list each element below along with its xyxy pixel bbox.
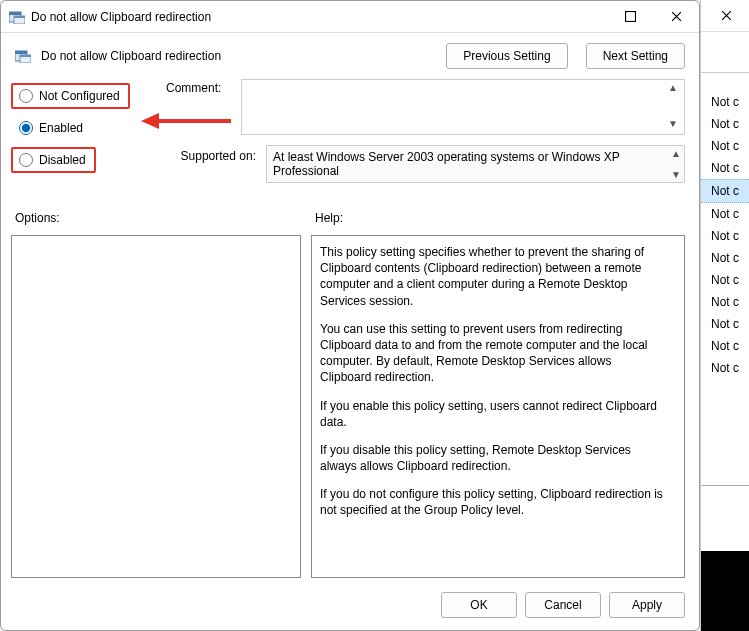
list-item: Not c bbox=[701, 269, 749, 291]
svg-rect-8 bbox=[20, 55, 31, 57]
policy-dialog: Do not allow Clipboard redirection Do no… bbox=[0, 0, 700, 631]
policy-title: Do not allow Clipboard redirection bbox=[41, 49, 428, 63]
list-item: Not c bbox=[701, 247, 749, 269]
help-text: If you do not configure this policy sett… bbox=[320, 486, 664, 518]
background-window: Not c Not c Not c Not c Not c Not c Not … bbox=[700, 0, 749, 631]
help-pane[interactable]: This policy setting specifies whether to… bbox=[311, 235, 685, 578]
svg-rect-3 bbox=[14, 16, 25, 18]
list-item: Not c bbox=[701, 91, 749, 113]
previous-setting-button[interactable]: Previous Setting bbox=[446, 43, 567, 69]
maximize-button[interactable] bbox=[607, 2, 653, 32]
enabled-radio[interactable] bbox=[19, 121, 33, 135]
scroll-up-icon[interactable]: ▲ bbox=[668, 82, 682, 96]
options-label: Options: bbox=[15, 211, 315, 225]
comment-textarea[interactable]: ▲ ▼ bbox=[241, 79, 685, 135]
close-button[interactable] bbox=[653, 2, 699, 32]
policy-icon bbox=[15, 49, 31, 63]
help-text: If you disable this policy setting, Remo… bbox=[320, 442, 664, 474]
list-item: Not c bbox=[701, 113, 749, 135]
list-item: Not c bbox=[701, 357, 749, 379]
list-item: Not c bbox=[701, 157, 749, 179]
window-title: Do not allow Clipboard redirection bbox=[31, 10, 607, 24]
help-text: You can use this setting to prevent user… bbox=[320, 321, 664, 386]
list-item: Not c bbox=[701, 225, 749, 247]
options-pane bbox=[11, 235, 301, 578]
not-configured-radio[interactable] bbox=[19, 89, 33, 103]
disabled-radio[interactable] bbox=[19, 153, 33, 167]
enabled-label: Enabled bbox=[39, 121, 83, 135]
background-list: Not c Not c Not c Not c Not c Not c Not … bbox=[701, 73, 749, 379]
disabled-label: Disabled bbox=[39, 153, 86, 167]
help-text: This policy setting specifies whether to… bbox=[320, 244, 664, 309]
background-dark-area bbox=[701, 551, 749, 631]
supported-on-value: At least Windows Server 2003 operating s… bbox=[266, 145, 685, 183]
cancel-button[interactable]: Cancel bbox=[525, 592, 601, 618]
next-setting-button[interactable]: Next Setting bbox=[586, 43, 685, 69]
policy-icon bbox=[9, 10, 25, 24]
svg-rect-4 bbox=[625, 12, 635, 22]
close-icon[interactable] bbox=[703, 1, 749, 31]
list-item: Not c bbox=[701, 313, 749, 335]
list-item[interactable]: Not c bbox=[701, 179, 749, 203]
help-label: Help: bbox=[315, 211, 685, 225]
scroll-down-icon[interactable]: ▼ bbox=[668, 118, 682, 132]
svg-rect-1 bbox=[9, 12, 21, 15]
state-radio-group: Not Configured Enabled Disabled bbox=[11, 79, 166, 189]
svg-rect-6 bbox=[15, 51, 27, 54]
not-configured-label: Not Configured bbox=[39, 89, 120, 103]
list-item: Not c bbox=[701, 203, 749, 225]
ok-button[interactable]: OK bbox=[441, 592, 517, 618]
titlebar: Do not allow Clipboard redirection bbox=[1, 1, 699, 33]
scroll-down-icon: ▼ bbox=[671, 169, 681, 180]
list-item: Not c bbox=[701, 291, 749, 313]
scroll-up-icon: ▲ bbox=[671, 148, 681, 159]
list-item: Not c bbox=[701, 335, 749, 357]
list-item: Not c bbox=[701, 135, 749, 157]
apply-button[interactable]: Apply bbox=[609, 592, 685, 618]
supported-on-label: Supported on: bbox=[166, 145, 266, 163]
help-text: If you enable this policy setting, users… bbox=[320, 398, 664, 430]
comment-label: Comment: bbox=[166, 79, 241, 95]
